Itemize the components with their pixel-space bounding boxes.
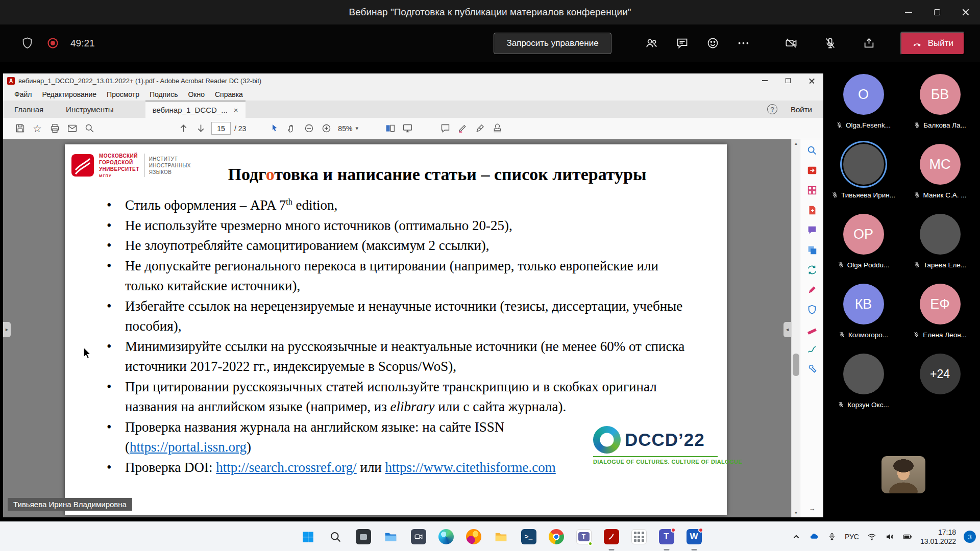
participant-tile[interactable]: Тарева Еле... [902,214,978,284]
comment-tool-icon[interactable] [806,224,818,236]
volume-icon[interactable] [885,532,895,542]
menu-sign[interactable]: Подпись [144,90,183,98]
tab-tools[interactable]: Инструменты [55,101,125,118]
chat-icon[interactable] [675,36,690,51]
sign-in-button[interactable]: Войти [791,105,812,114]
create-pdf-icon[interactable] [806,204,818,216]
notification-count-badge[interactable]: 3 [964,531,976,543]
teams-work-icon[interactable]: T [656,527,676,547]
apps-grid-icon[interactable] [629,527,649,547]
close-button[interactable] [951,0,980,24]
slide-link-issn[interactable]: https://portal.issn.org [130,439,247,455]
onedrive-icon[interactable] [809,532,819,542]
acrobat-taskbar-icon[interactable] [601,527,621,547]
participant-tile[interactable]: БВ Балкова Ла... [902,74,978,144]
menu-file[interactable]: Файл [9,90,37,98]
clock[interactable]: 17:18 13.01.2022 [920,528,956,546]
participants-icon[interactable] [644,36,659,51]
more-tools-icon[interactable] [806,363,818,375]
tray-chevron-up-icon[interactable] [791,532,801,542]
self-video-preview[interactable] [881,456,925,493]
chrome-icon[interactable] [546,527,566,547]
fill-sign-icon[interactable] [472,121,489,136]
collapse-pane-icon[interactable]: → [800,505,824,512]
tab-home[interactable]: Главная [3,101,55,118]
leave-button[interactable]: Выйти [900,32,965,55]
participant-tile-speaking[interactable]: Тивьяева Ирин... [825,144,902,214]
participant-tile[interactable]: ЕФ Елена Леон... [902,284,978,354]
search-icon[interactable] [81,121,98,136]
participant-tile[interactable]: МС Маник С.А. ... [902,144,978,214]
teams-classic-icon[interactable]: T [574,527,594,547]
scrollbar-thumb[interactable] [793,354,799,376]
participant-tile[interactable]: O Olga.Fesenk... [825,74,902,144]
select-tool-icon[interactable] [265,121,283,136]
export-pdf-icon[interactable] [806,164,818,177]
comment-icon[interactable] [437,121,454,136]
acrobat-maximize-button[interactable] [776,73,800,88]
camera-app-icon[interactable] [408,527,428,547]
zoom-in-icon[interactable] [317,121,335,136]
help-icon[interactable]: ? [767,104,777,114]
acrobat-close-button[interactable] [800,73,823,88]
more-options-icon[interactable] [736,36,751,51]
firefox-icon[interactable] [463,527,483,547]
taskbar-search-icon[interactable] [326,527,346,547]
folder-icon[interactable] [491,527,511,547]
participant-tile[interactable]: КВ Колмогоро... [825,284,902,354]
email-icon[interactable] [63,121,81,136]
organize-pages-icon[interactable] [806,184,818,196]
reactions-icon[interactable] [705,36,721,51]
presentation-mode-icon[interactable] [399,121,416,136]
language-indicator[interactable]: РУС [845,533,859,541]
fill-sign-tool-icon[interactable] [806,284,818,296]
share-screen-icon[interactable] [862,36,877,51]
menu-view[interactable]: Просмотр [102,90,144,98]
request-control-button[interactable]: Запросить управление [494,33,611,54]
next-page-icon[interactable] [192,121,209,136]
print-icon[interactable] [46,121,63,136]
powershell-icon[interactable]: >_ [519,527,538,547]
tab-close-icon[interactable]: × [234,106,238,114]
measure-tool-icon[interactable] [806,323,818,336]
search-tool-icon[interactable] [806,144,818,157]
stamp-icon[interactable] [489,121,506,136]
page-display-icon[interactable] [382,121,399,136]
scroll-down-icon[interactable]: ▼ [792,509,800,517]
tray-mic-icon[interactable] [827,532,837,542]
scroll-up-icon[interactable]: ▲ [792,139,800,148]
menu-window[interactable]: Окно [183,90,210,98]
draw-tool-icon[interactable] [806,343,818,356]
document-scrollbar[interactable]: ▲ ▼ [791,139,800,517]
tab-document[interactable]: вебинар_1_DCCD_... × [145,101,246,118]
start-button[interactable] [298,527,318,547]
combine-files-icon[interactable] [806,244,818,256]
highlighter-icon[interactable] [454,121,472,136]
menu-help[interactable]: Справка [210,90,248,98]
minimize-button[interactable] [894,0,923,24]
slide-link-crossref[interactable]: http://search.crossref.org/ [216,460,356,475]
word-icon[interactable]: W [684,527,704,547]
previous-page-icon[interactable] [175,121,192,136]
protect-pdf-icon[interactable] [806,304,818,316]
save-icon[interactable] [11,121,29,136]
menu-edit[interactable]: Редактирование [37,90,102,98]
hand-tool-icon[interactable] [283,121,300,136]
file-explorer-icon[interactable] [381,527,401,547]
participant-tile[interactable]: OP Olga Poddu... [825,214,902,284]
star-icon[interactable]: ☆ [29,121,46,136]
slide-link-citethisforme[interactable]: https://www.citethisforme.com [385,460,556,475]
participant-overflow-tile[interactable]: +24 [902,354,978,423]
acrobat-minimize-button[interactable] [753,73,776,88]
page-number-input[interactable] [211,122,231,135]
camera-off-icon[interactable] [784,36,799,51]
zoom-out-icon[interactable] [300,121,317,136]
wifi-icon[interactable] [867,532,877,542]
maximize-button[interactable] [923,0,951,24]
right-pane-toggle[interactable]: ◄ [783,322,791,337]
participant-tile[interactable]: Корзун Окс... [825,354,902,423]
left-pane-toggle[interactable]: ► [3,322,11,337]
battery-icon[interactable] [902,532,913,542]
compress-pdf-icon[interactable] [806,264,818,276]
task-view-icon[interactable] [353,527,373,547]
